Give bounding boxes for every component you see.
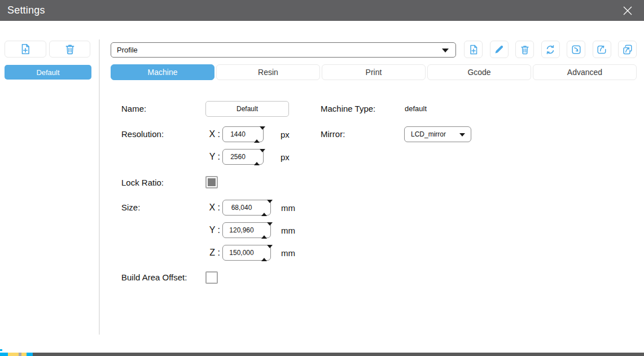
- profile-item-label: Default: [36, 68, 59, 77]
- title-bar: Settings: [0, 0, 644, 21]
- resolution-y-unit: px: [281, 152, 290, 162]
- size-y-row: Y : 120,960 mm: [203, 222, 295, 238]
- background-app-strip: [0, 353, 644, 356]
- profile-dropdown[interactable]: Profile: [111, 42, 456, 58]
- tab-advanced[interactable]: Advanced: [533, 64, 637, 80]
- profile-list-item-default[interactable]: Default: [5, 65, 91, 80]
- tab-resin[interactable]: Resin: [216, 64, 320, 80]
- resolution-x-spinner[interactable]: 1440: [222, 126, 264, 142]
- size-z-axis-label: Z :: [203, 248, 220, 258]
- spinner-arrows[interactable]: [254, 130, 260, 140]
- tab-label: Advanced: [567, 68, 602, 77]
- mirror-dropdown[interactable]: LCD_mirror: [404, 126, 471, 142]
- strip-blue-nub: [0, 349, 2, 351]
- delete-profile-toolbar-button[interactable]: [515, 41, 534, 58]
- build-area-offset-checkbox[interactable]: [205, 271, 218, 284]
- file-plus-icon: [468, 44, 479, 55]
- resolution-y-spinner[interactable]: 2560: [222, 149, 264, 165]
- dialog-title: Settings: [0, 5, 45, 16]
- resolution-y-value: 2560: [223, 150, 253, 164]
- edit-profile-button[interactable]: [490, 41, 509, 58]
- spin-down-icon[interactable]: [267, 222, 273, 235]
- spinner-arrows[interactable]: [261, 203, 267, 213]
- spin-up-icon[interactable]: [261, 203, 267, 216]
- close-icon: [621, 5, 634, 17]
- size-y-spinner[interactable]: 120,960: [222, 222, 271, 238]
- spin-down-icon[interactable]: [267, 200, 273, 213]
- new-profile-button[interactable]: [464, 41, 483, 58]
- strip-segment: [8, 353, 19, 356]
- trash-icon: [519, 44, 531, 55]
- resolution-x-axis-label: X :: [203, 129, 220, 139]
- tab-machine[interactable]: Machine: [111, 64, 214, 80]
- delete-profile-button[interactable]: [49, 41, 90, 58]
- size-y-value: 120,960: [223, 223, 260, 238]
- export-all-icon: [622, 44, 633, 55]
- mirror-label: Mirror:: [321, 126, 345, 142]
- tab-print[interactable]: Print: [322, 64, 426, 80]
- resolution-x-value: 1440: [223, 127, 253, 142]
- size-y-unit: mm: [281, 226, 295, 235]
- resolution-x-row: X : 1440 px: [203, 126, 290, 142]
- strip-segment: [0, 353, 8, 356]
- export-profile-button[interactable]: [593, 41, 611, 58]
- strip-segment: [27, 353, 33, 356]
- size-z-spinner[interactable]: 150,000: [222, 245, 271, 261]
- spinner-arrows[interactable]: [254, 152, 260, 162]
- settings-tabs: Machine Resin Print Gcode Advanced: [111, 64, 637, 80]
- tab-label: Resin: [258, 68, 278, 77]
- profile-dropdown-value: Profile: [111, 46, 138, 54]
- export-all-profiles-button[interactable]: [618, 41, 637, 58]
- resolution-y-axis-label: Y :: [203, 152, 220, 162]
- size-x-spinner[interactable]: 68,040: [222, 200, 271, 216]
- tab-label: Gcode: [467, 68, 490, 77]
- profile-toolbar: [464, 41, 637, 58]
- settings-dialog: Settings Default Profile: [0, 0, 644, 356]
- spinner-arrows[interactable]: [261, 248, 267, 258]
- spinner-arrows[interactable]: [261, 226, 267, 236]
- size-z-value: 150,000: [223, 245, 260, 260]
- spin-up-icon[interactable]: [261, 226, 267, 239]
- chevron-down-icon: [442, 49, 449, 52]
- refresh-icon: [545, 44, 556, 55]
- size-z-unit: mm: [281, 248, 295, 258]
- mirror-dropdown-value: LCD_mirror: [405, 130, 446, 138]
- chevron-down-icon: [459, 133, 465, 137]
- lock-ratio-checkbox[interactable]: [205, 176, 218, 188]
- build-area-offset-label: Build Area Offset:: [121, 270, 187, 285]
- spin-up-icon[interactable]: [254, 130, 260, 143]
- size-y-axis-label: Y :: [203, 225, 220, 235]
- spin-down-icon[interactable]: [260, 149, 265, 162]
- spin-up-icon[interactable]: [261, 248, 267, 261]
- sidebar-divider: [99, 39, 100, 335]
- resolution-x-unit: px: [281, 130, 290, 139]
- pencil-icon: [493, 44, 505, 55]
- spin-up-icon[interactable]: [254, 152, 260, 165]
- resolution-label: Resolution:: [121, 126, 164, 142]
- size-x-unit: mm: [281, 203, 295, 213]
- size-x-value: 68,040: [223, 200, 260, 215]
- export-icon: [596, 44, 607, 55]
- tab-gcode[interactable]: Gcode: [427, 64, 531, 80]
- spin-down-icon[interactable]: [260, 126, 265, 139]
- size-z-row: Z : 150,000 mm: [203, 245, 295, 261]
- name-input-value: Default: [236, 105, 258, 113]
- add-profile-button[interactable]: [5, 41, 46, 58]
- spin-down-icon[interactable]: [267, 245, 273, 258]
- resolution-y-row: Y : 2560 px: [203, 149, 290, 165]
- import-icon: [571, 44, 582, 55]
- machine-type-label: Machine Type:: [321, 101, 375, 117]
- strip-segment: [33, 353, 644, 356]
- trash-icon: [64, 43, 76, 55]
- tab-label: Print: [366, 68, 382, 77]
- strip-segment: [21, 353, 27, 356]
- refresh-profile-button[interactable]: [541, 41, 560, 58]
- file-plus-icon: [19, 43, 32, 55]
- machine-type-value: default: [405, 101, 427, 117]
- lock-ratio-label: Lock Ratio:: [121, 175, 164, 191]
- name-input[interactable]: Default: [205, 101, 289, 117]
- import-profile-button[interactable]: [567, 41, 585, 58]
- size-x-row: X : 68,040 mm: [203, 200, 295, 216]
- size-x-axis-label: X :: [203, 203, 220, 213]
- close-button[interactable]: [619, 2, 636, 19]
